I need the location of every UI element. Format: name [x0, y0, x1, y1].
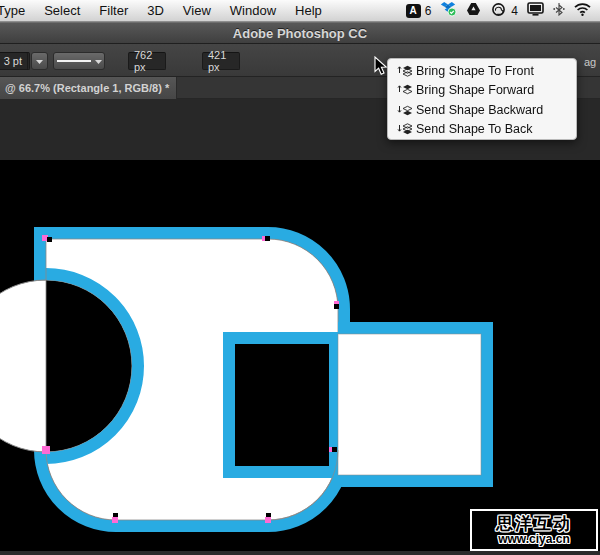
canvas[interactable] — [0, 160, 600, 555]
right-rectangle-top-stroke — [338, 322, 493, 334]
height-value: 421 px — [208, 49, 234, 73]
stroke-type-dropdown[interactable] — [53, 52, 105, 70]
menu-item-label: Bring Shape Forward — [416, 83, 534, 97]
adobe-app-icon[interactable]: A — [406, 4, 421, 18]
menu-item-send-shape-to-back[interactable]: Send Shape To Back — [388, 120, 576, 140]
shape-canvas-svg — [0, 160, 600, 555]
menu-item-label: Bring Shape To Front — [416, 64, 534, 78]
menu-filter[interactable]: Filter — [99, 3, 128, 18]
menu-help[interactable]: Help — [295, 3, 322, 18]
bluetooth-icon[interactable] — [553, 2, 565, 19]
width-value: 762 px — [134, 49, 160, 73]
wifi-icon[interactable] — [574, 3, 591, 19]
right-rectangle-right-stroke — [481, 322, 493, 487]
menu-item-bring-shape-to-front[interactable]: Bring Shape To Front — [388, 61, 576, 81]
watermark-text: 思洋互动 — [496, 515, 572, 533]
arrange-dropdown-menu: Bring Shape To Front Bring Shape Forward… — [387, 58, 577, 140]
stroke-width-dropdown-button[interactable] — [31, 52, 48, 70]
mouse-cursor — [374, 56, 388, 80]
clipped-options-text: ag — [584, 56, 596, 68]
stroke-width-field[interactable]: 3 pt — [0, 52, 28, 70]
window-bottom-edge — [0, 551, 600, 555]
menu-3d[interactable]: 3D — [147, 3, 164, 18]
menu-item-bring-shape-forward[interactable]: Bring Shape Forward — [388, 81, 576, 101]
menu-window[interactable]: Window — [230, 3, 276, 18]
document-tab[interactable]: @ 66.7% (Rectangle 1, RGB/8) * — [0, 77, 177, 99]
width-field[interactable]: 762 px — [128, 52, 166, 70]
height-field[interactable]: 421 px — [202, 52, 240, 70]
watermark: 思洋互动 www.ciya.cn — [470, 509, 598, 551]
watermark-url: www.ciya.cn — [498, 533, 570, 546]
menu-item-label: Send Shape To Back — [416, 122, 533, 136]
document-tab-label: @ 66.7% (Rectangle 1, RGB/8) * — [5, 82, 169, 94]
menu-select[interactable]: Select — [44, 3, 80, 18]
dropbox-icon[interactable] — [440, 1, 457, 20]
menu-item-label: Send Shape Backward — [416, 103, 543, 117]
bring-to-front-icon — [397, 64, 413, 78]
window-title-bar[interactable]: Adobe Photoshop CC — [0, 22, 600, 44]
send-to-back-icon — [397, 122, 413, 136]
right-rectangle-fill[interactable] — [338, 334, 481, 475]
menu-view[interactable]: View — [183, 3, 211, 18]
creative-cloud-count: 4 — [511, 4, 518, 18]
stroke-width-value: 3 pt — [4, 55, 22, 67]
window-title: Adobe Photoshop CC — [233, 26, 367, 41]
adobe-badge-count: 6 — [425, 4, 432, 18]
right-rectangle-bottom-stroke — [338, 475, 493, 487]
menu-item-send-shape-backward[interactable]: Send Shape Backward — [388, 100, 576, 120]
google-drive-icon[interactable] — [466, 2, 481, 19]
menu-bar: Type Select Filter 3D View Window Help A… — [0, 0, 600, 22]
send-backward-icon — [397, 103, 413, 117]
creative-cloud-icon[interactable] — [490, 2, 507, 20]
displays-icon[interactable] — [527, 2, 544, 19]
bring-forward-icon — [397, 83, 413, 97]
menu-type[interactable]: Type — [0, 3, 25, 18]
